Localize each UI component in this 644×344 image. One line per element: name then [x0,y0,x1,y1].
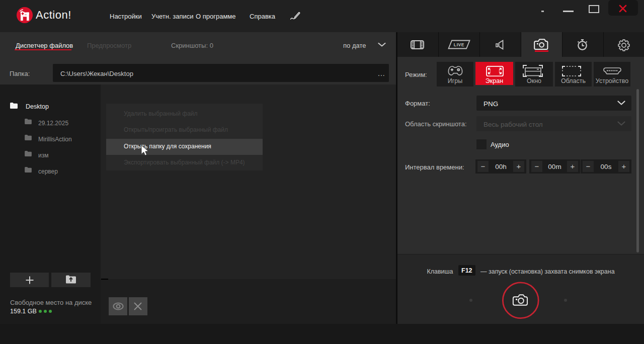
svg-text:LIVE: LIVE [454,42,464,47]
